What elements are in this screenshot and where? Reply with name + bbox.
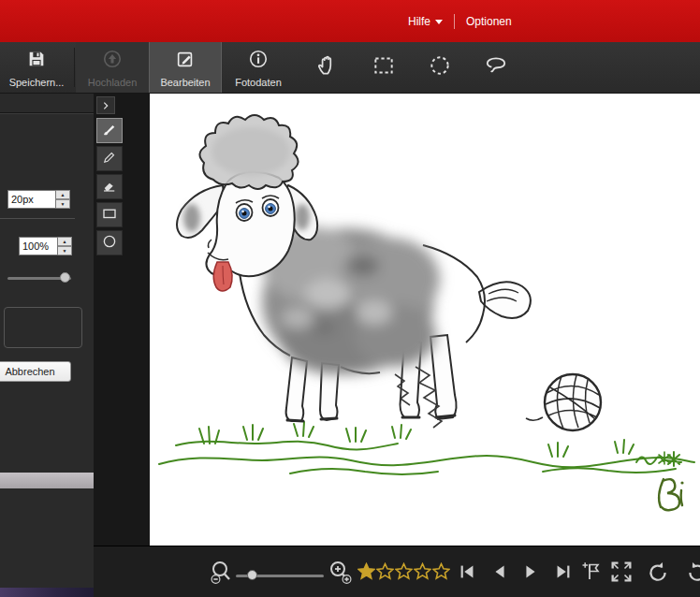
yarn-ball — [526, 374, 601, 430]
help-menu-label: Hilfe — [408, 15, 430, 28]
star-icon[interactable] — [376, 562, 394, 580]
opacity-control: ▲ ▼ — [19, 237, 72, 255]
panel-slider[interactable] — [7, 271, 71, 284]
flag-add-icon — [580, 569, 603, 585]
brush-size-stepper: ▲ ▼ — [56, 190, 70, 209]
undo-rotate-button[interactable] — [646, 560, 670, 588]
first-icon — [457, 569, 477, 585]
sheep-drawing — [150, 94, 700, 546]
ellipse-icon — [101, 233, 118, 254]
cancel-button[interactable]: Abbrechen — [0, 361, 71, 382]
edit-sidebar: ▲ ▼ ▲ ▼ Abbrechen — [0, 94, 94, 588]
previous-image-button[interactable] — [489, 561, 510, 586]
zoom-slider-handle[interactable] — [247, 570, 257, 580]
ellipse-select-icon — [428, 53, 452, 81]
help-menu[interactable]: Hilfe — [408, 15, 443, 28]
info-icon — [248, 49, 269, 73]
upload-button-label: Hochladen — [88, 77, 138, 88]
fullscreen-icon — [608, 572, 634, 588]
image-canvas[interactable] — [150, 94, 700, 546]
edit-button-label: Bearbeiten — [160, 77, 210, 88]
lasso-icon — [484, 53, 508, 81]
ellipse-tool-button[interactable] — [96, 230, 123, 255]
edit-button[interactable]: Bearbeiten — [149, 42, 222, 93]
zoom-in-icon — [328, 571, 352, 587]
options-menu[interactable]: Optionen — [466, 15, 512, 28]
star-icon[interactable] — [432, 562, 450, 580]
pencil-icon — [101, 149, 118, 169]
hand-icon — [315, 53, 340, 81]
pencil-tool-button[interactable] — [96, 146, 123, 171]
star-rating[interactable] — [357, 562, 450, 580]
brush-size-control: ▲ ▼ — [7, 190, 70, 209]
rect-select-button[interactable] — [364, 42, 403, 93]
star-icon[interactable] — [395, 562, 413, 580]
titlebar: Hilfe Optionen — [0, 0, 700, 42]
star-icon[interactable] — [357, 562, 375, 580]
drawing-toolstrip — [96, 96, 126, 258]
undo-icon — [646, 571, 670, 587]
panel-divider — [0, 112, 94, 114]
upload-button[interactable]: Hochladen — [76, 42, 149, 93]
rectangle-tool-button[interactable] — [96, 202, 123, 227]
stepper-down-icon[interactable]: ▼ — [58, 246, 72, 255]
brush-icon — [101, 121, 118, 141]
eraser-icon — [101, 177, 118, 197]
redo-icon — [685, 571, 700, 587]
edit-icon — [175, 49, 196, 73]
upload-icon — [102, 49, 123, 73]
add-flag-button[interactable] — [580, 560, 603, 586]
next-image-button[interactable] — [520, 561, 541, 586]
rectangle-icon — [101, 205, 118, 226]
grass — [159, 422, 694, 474]
canvas-area — [94, 94, 700, 546]
main-toolbar: Speichern... Hochladen Bearbeiten Fotoda… — [0, 42, 700, 94]
redo-rotate-button[interactable] — [685, 560, 700, 588]
menu-separator — [454, 14, 455, 29]
options-groupbox — [4, 307, 82, 348]
chevron-down-icon — [435, 20, 443, 24]
fullscreen-button[interactable] — [608, 559, 634, 589]
status-bar — [94, 546, 700, 597]
zoom-in-button[interactable] — [328, 560, 352, 588]
desktop-background-strip — [0, 588, 94, 597]
ellipse-select-button[interactable] — [420, 42, 459, 93]
zoom-slider[interactable] — [236, 570, 324, 583]
save-button[interactable]: Speichern... — [0, 42, 73, 93]
hand-tool-button[interactable] — [308, 42, 347, 93]
opacity-input[interactable] — [19, 237, 58, 255]
previous-icon — [489, 569, 510, 585]
next-icon — [520, 569, 541, 585]
stepper-up-icon[interactable]: ▲ — [58, 237, 72, 246]
save-icon — [26, 49, 47, 73]
brush-tool-button[interactable] — [96, 118, 123, 143]
brush-size-input[interactable] — [7, 190, 56, 209]
opacity-stepper: ▲ ▼ — [58, 237, 72, 255]
last-image-button[interactable] — [553, 561, 574, 586]
stepper-up-icon[interactable]: ▲ — [56, 190, 70, 199]
zoom-out-button[interactable] — [210, 560, 234, 588]
save-button-label: Speichern... — [9, 77, 65, 88]
slider-handle[interactable] — [60, 272, 70, 283]
zoom-out-icon — [210, 571, 234, 587]
photodata-button-label: Fotodaten — [235, 77, 282, 88]
collapsed-section-bar[interactable] — [0, 473, 94, 488]
first-image-button[interactable] — [457, 561, 477, 586]
lasso-select-button[interactable] — [476, 42, 516, 93]
stepper-down-icon[interactable]: ▼ — [56, 199, 70, 209]
rect-select-icon — [372, 53, 396, 81]
options-menu-label: Optionen — [466, 15, 512, 28]
star-icon[interactable] — [414, 562, 431, 580]
eraser-tool-button[interactable] — [96, 174, 123, 199]
photodata-button[interactable]: Fotodaten — [222, 42, 295, 93]
toolbar-separator — [74, 48, 75, 87]
titlebar-menu: Hilfe Optionen — [408, 0, 512, 42]
last-icon — [553, 569, 574, 585]
expand-panel-button[interactable] — [96, 96, 115, 114]
panel-divider — [0, 218, 75, 219]
